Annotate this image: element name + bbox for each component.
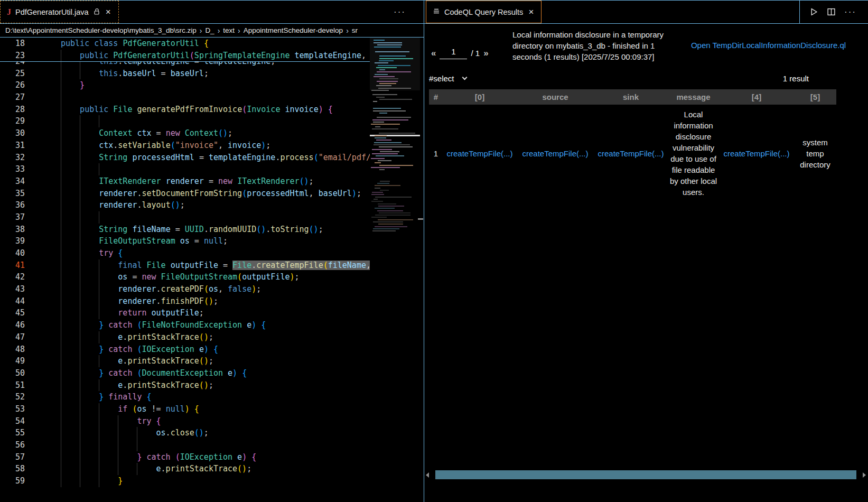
line-number: 34 xyxy=(0,175,25,188)
result-cell: Local information disclosure vulnerabili… xyxy=(668,105,719,202)
result-cell: createTempFile(...) xyxy=(719,105,794,202)
chevron-down-icon xyxy=(462,75,467,80)
tab-pdfgeneratorutil[interactable]: J PdfGeneratorUtil.java × xyxy=(0,1,119,23)
overview-ruler-marker xyxy=(418,218,423,220)
indent-guide xyxy=(61,211,80,224)
result-link[interactable]: createTempFile(...) xyxy=(522,149,588,158)
result-link[interactable]: createTempFile(...) xyxy=(446,149,512,158)
code-line: 33 xyxy=(0,163,370,175)
line-number: 57 xyxy=(0,451,25,463)
select-dropdown[interactable]: #select xyxy=(429,74,466,83)
indent-guide xyxy=(99,259,118,272)
table-row: 1createTempFile(...)createTempFile(...)c… xyxy=(429,105,836,202)
breadcrumb-separator-icon: › xyxy=(200,26,202,35)
indent-guide xyxy=(80,271,99,283)
code-line: 50} catch (DocumentException e) { xyxy=(0,367,370,379)
code-editor[interactable]: 24this.templateEngine = templateEngine;2… xyxy=(0,38,424,501)
first-page-button[interactable]: « xyxy=(431,48,436,59)
java-file-icon: J xyxy=(7,7,11,17)
indent-guide xyxy=(80,127,99,140)
indent-guide xyxy=(80,295,99,308)
close-icon[interactable]: × xyxy=(105,7,112,16)
breadcrumb-segment[interactable]: sr xyxy=(352,26,358,34)
more-actions-icon[interactable]: ··· xyxy=(394,7,406,17)
line-number: 18 xyxy=(0,38,25,50)
indent-guide xyxy=(80,307,99,319)
page-number-input[interactable]: 1 xyxy=(440,47,467,59)
line-number: 48 xyxy=(0,343,25,356)
indent-guide xyxy=(80,379,99,392)
column-header[interactable]: source xyxy=(517,89,594,105)
horizontal-scrollbar[interactable] xyxy=(425,470,866,479)
open-query-file-link[interactable]: Open TempDirLocalInformationDisclosure.q… xyxy=(669,28,868,62)
column-header[interactable]: message xyxy=(668,89,719,105)
code-line: 55os.close(); xyxy=(0,427,370,439)
list-icon xyxy=(433,7,440,16)
more-actions-icon[interactable]: ··· xyxy=(844,7,856,17)
indent-guide xyxy=(80,439,99,451)
result-link[interactable]: createTempFile(...) xyxy=(723,149,789,158)
result-link[interactable]: createTempFile(...) xyxy=(598,149,664,158)
breadcrumb-segment[interactable]: D_ xyxy=(205,26,214,34)
line-number: 37 xyxy=(0,211,25,224)
breadcrumb-segment[interactable]: AppointmentScheduler-develop xyxy=(244,26,343,34)
indent-guide xyxy=(99,463,118,475)
indent-guide xyxy=(137,427,156,439)
indent-guide xyxy=(61,307,80,319)
code-line: 28public File generatePdfFromInvoice(Inv… xyxy=(0,104,370,116)
editor-group-divider[interactable] xyxy=(424,1,424,502)
result-cell: system temp directory xyxy=(794,105,836,202)
line-number: 39 xyxy=(0,235,25,247)
line-number: 41 xyxy=(0,259,25,272)
column-header[interactable]: [5] xyxy=(794,89,836,105)
indent-guide xyxy=(118,415,137,427)
code-line: 26} xyxy=(0,79,370,91)
scroll-left-icon[interactable] xyxy=(426,472,429,478)
tab-codeql-query-results[interactable]: CodeQL Query Results × xyxy=(426,1,542,23)
indent-guide xyxy=(80,68,99,80)
indent-guide xyxy=(61,451,80,463)
minimap[interactable] xyxy=(370,38,420,249)
code-line: 29 xyxy=(0,115,370,127)
indent-guide xyxy=(99,451,118,463)
indent-guide xyxy=(99,331,118,343)
scrollbar-thumb[interactable] xyxy=(435,470,856,479)
scroll-right-icon[interactable] xyxy=(863,472,866,478)
indent-guide xyxy=(61,127,80,140)
column-header[interactable]: # xyxy=(429,89,443,105)
indent-guide xyxy=(99,283,118,295)
column-header[interactable]: [4] xyxy=(719,89,794,105)
indent-guide xyxy=(80,343,99,356)
column-header[interactable]: [0] xyxy=(443,89,517,105)
code-line: 40try { xyxy=(0,247,370,259)
breadcrumb-segment[interactable]: D:\text\AppointmentScheduler-develop\myb… xyxy=(5,26,197,34)
code-line: 57} catch (IOException e) { xyxy=(0,451,370,463)
line-number: 51 xyxy=(0,379,25,392)
run-query-icon[interactable] xyxy=(809,7,818,16)
code-line: 18public class PdfGeneratorUtil { xyxy=(0,38,370,50)
line-number: 54 xyxy=(0,415,25,427)
indent-guide xyxy=(80,188,99,200)
line-number: 53 xyxy=(0,403,25,415)
indent-guide xyxy=(61,355,80,367)
indent-guide xyxy=(61,475,80,487)
codeql-results-panel: « 1 / 1 » Local information disclosure i… xyxy=(424,24,868,502)
close-icon[interactable]: × xyxy=(527,7,535,16)
left-editor-group-tabs: J PdfGeneratorUtil.java × ··· xyxy=(0,1,424,23)
column-header[interactable]: sink xyxy=(594,89,668,105)
split-editor-icon[interactable] xyxy=(827,7,836,16)
result-cell: createTempFile(...) xyxy=(443,105,517,202)
right-editor-group-tabs: CodeQL Query Results × ··· xyxy=(424,1,868,23)
last-page-button[interactable]: » xyxy=(483,48,488,59)
indent-guide xyxy=(80,475,99,487)
code-line: 31ctx.setVariable("invoice", invoice); xyxy=(0,140,370,152)
breadcrumb[interactable]: D:\text\AppointmentScheduler-develop\myb… xyxy=(0,24,424,38)
tab-title: CodeQL Query Results xyxy=(444,8,523,16)
indent-guide xyxy=(80,391,99,403)
code-line: 47e.printStackTrace(); xyxy=(0,331,370,343)
code-line: 44renderer.finishPDF(); xyxy=(0,295,370,308)
code-line: 39FileOutputStream os = null; xyxy=(0,235,370,247)
breadcrumb-segment[interactable]: text xyxy=(223,26,235,34)
line-number: 31 xyxy=(0,140,25,152)
indent-guide xyxy=(80,163,99,175)
